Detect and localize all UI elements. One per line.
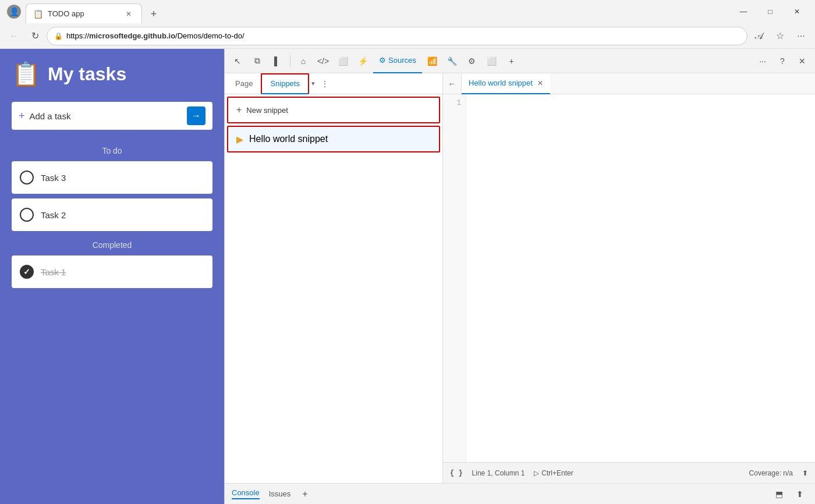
cursor-position: Line 1, Column 1 <box>472 469 525 477</box>
settings-more-button[interactable]: ··· <box>792 27 810 45</box>
elements-panel-button[interactable]: ⌂ <box>294 52 313 70</box>
device-emulation-button[interactable]: ⧉ <box>248 52 267 70</box>
task-name-task2: Task 2 <box>41 210 66 220</box>
format-button[interactable]: { } <box>450 469 463 477</box>
devtools-panel: ↖ ⧉ ▌ ⌂ </> ⬜ ⚡ ⚙ Sources 📶 🔧 ⚙ ⬜ + ··· … <box>224 49 815 504</box>
tab-close-btn[interactable]: ✕ <box>123 8 134 20</box>
tab-favicon: 📋 <box>33 9 43 19</box>
profile-icon[interactable]: 👤 <box>5 2 23 21</box>
console-undock-button[interactable]: ⬆ <box>792 486 808 502</box>
main-area: 📋 My tasks + Add a task → To do Task 3 T… <box>0 49 815 504</box>
page-tab[interactable]: Page <box>227 73 261 94</box>
address-text: https://microsoftedge.github.io/Demos/de… <box>66 31 245 40</box>
add-task-input: Add a task <box>30 111 187 121</box>
task-checkbox-task1[interactable] <box>20 265 34 279</box>
task-item-task1[interactable]: Task 1 <box>12 255 212 288</box>
task-checkbox-task3[interactable] <box>20 171 34 184</box>
todo-app-icon: 📋 <box>12 61 41 88</box>
address-bar[interactable]: 🔒 https://microsoftedge.github.io/Demos/… <box>47 27 747 45</box>
sources-panel-tab[interactable]: ⚙ Sources <box>373 49 422 73</box>
export-icon[interactable]: ⬆ <box>802 469 808 477</box>
maximize-button[interactable]: □ <box>757 2 784 21</box>
coverage-label: Coverage: n/a <box>749 469 793 477</box>
editor-file-tab-helloworld[interactable]: Hello world snippet ✕ <box>462 73 550 94</box>
performance-panel-button[interactable]: ⚡ <box>353 52 372 70</box>
window-controls: — □ ✕ <box>730 2 810 21</box>
add-panel-button[interactable]: + <box>502 52 521 70</box>
issues-tab[interactable]: Issues <box>269 489 291 498</box>
read-aloud-button[interactable]: 𝒜 <box>750 27 768 45</box>
line-number-1: 1 <box>443 99 461 107</box>
editor-content: 1 <box>443 94 815 462</box>
completed-section-label: Completed <box>12 240 212 250</box>
new-snippet-plus-icon: + <box>236 105 242 115</box>
sources-left-panel: Page Snippets ▾ ⋮ + New snippet ▶ Hello … <box>225 73 443 483</box>
tab-more-icon[interactable]: ⋮ <box>317 79 332 88</box>
inspect-element-button[interactable]: ↖ <box>228 52 247 70</box>
network-panel-button[interactable]: ⬜ <box>334 52 352 70</box>
refresh-button[interactable]: ↻ <box>26 27 44 45</box>
run-snippet-button[interactable]: ▷ Ctrl+Enter <box>534 469 573 477</box>
tabs-area: 📋 TODO app ✕ + <box>26 0 730 23</box>
console-right-buttons: ⬒ ⬆ <box>771 486 808 502</box>
sources-tabs: Page Snippets ▾ ⋮ <box>225 73 442 94</box>
add-task-bar[interactable]: + Add a task → <box>12 102 212 130</box>
run-icon: ▷ <box>534 469 539 477</box>
devtools-close-button[interactable]: ✕ <box>793 52 812 70</box>
snippet-item-helloworld[interactable]: ▶ Hello world snippet <box>227 126 440 152</box>
todo-header: 📋 My tasks <box>12 61 212 88</box>
editor-file-close-button[interactable]: ✕ <box>537 79 543 87</box>
todo-section-label: To do <box>12 146 212 155</box>
add-task-plus-icon: + <box>19 110 25 122</box>
minimize-button[interactable]: — <box>730 2 757 21</box>
console-panel-button[interactable]: </> <box>314 52 332 70</box>
title-bar: 👤 📋 TODO app ✕ + — □ ✕ <box>0 0 815 23</box>
new-snippet-button[interactable]: + New snippet <box>227 97 440 123</box>
back-button[interactable]: ← <box>5 27 23 45</box>
more-panels-button[interactable]: ··· <box>753 52 772 70</box>
console-tab[interactable]: Console <box>232 488 260 499</box>
favorites-button[interactable]: ☆ <box>771 27 789 45</box>
tab-title: TODO app <box>48 9 118 18</box>
navigation-bar: ← ↻ 🔒 https://microsoftedge.github.io/De… <box>0 23 815 49</box>
security-panel-button[interactable]: ⬜ <box>483 52 501 70</box>
snippet-list: + New snippet ▶ Hello world snippet <box>225 94 442 483</box>
close-button[interactable]: ✕ <box>784 2 810 21</box>
sources-panel: Page Snippets ▾ ⋮ + New snippet ▶ Hello … <box>225 73 815 483</box>
new-snippet-label: New snippet <box>246 106 288 115</box>
task-name-task3: Task 3 <box>41 173 66 183</box>
editor-tabs: ← Hello world snippet ✕ <box>443 73 815 94</box>
devtools-status-bar: { } Line 1, Column 1 ▷ Ctrl+Enter Covera… <box>443 462 815 483</box>
console-bar: Console Issues + ⬒ ⬆ <box>225 483 815 504</box>
editor-back-button[interactable]: ← <box>443 73 462 94</box>
sidebar-toggle-button[interactable]: ▌ <box>268 52 286 70</box>
lock-icon: 🔒 <box>54 32 63 40</box>
todo-app: 📋 My tasks + Add a task → To do Task 3 T… <box>0 49 224 504</box>
line-numbers: 1 <box>443 94 466 462</box>
task-item-task3[interactable]: Task 3 <box>12 161 212 194</box>
bottom-right-controls: Coverage: n/a ⬆ <box>749 469 808 477</box>
active-tab[interactable]: 📋 TODO app ✕ <box>26 3 142 23</box>
task-checkbox-task2[interactable] <box>20 208 34 222</box>
console-dock-button[interactable]: ⬒ <box>771 486 787 502</box>
task-item-task2[interactable]: Task 2 <box>12 198 212 231</box>
snippets-tab[interactable]: Snippets <box>261 73 309 94</box>
snippet-item-name: Hello world snippet <box>249 134 328 144</box>
devtools-toolbar: ↖ ⧉ ▌ ⌂ </> ⬜ ⚡ ⚙ Sources 📶 🔧 ⚙ ⬜ + ··· … <box>225 49 815 73</box>
task-name-task1: Task 1 <box>41 267 66 277</box>
tab-dropdown-icon[interactable]: ▾ <box>311 80 315 87</box>
application-panel-button[interactable]: ⚙ <box>463 52 481 70</box>
nav-right-buttons: 𝒜 ☆ ··· <box>750 27 810 45</box>
memory-panel-button[interactable]: 🔧 <box>443 52 462 70</box>
editor-file-tab-name: Hello world snippet <box>469 79 533 87</box>
toolbar-separator <box>290 55 290 67</box>
snippet-run-icon: ▶ <box>236 134 243 145</box>
add-tab-button[interactable]: + <box>302 489 307 499</box>
new-tab-button[interactable]: + <box>144 5 163 23</box>
sources-label: Sources <box>388 56 416 65</box>
wifi-panel-button[interactable]: 📶 <box>423 52 442 70</box>
add-task-submit-button[interactable]: → <box>187 107 205 125</box>
help-button[interactable]: ? <box>773 52 792 70</box>
sources-gear-icon: ⚙ <box>379 56 386 65</box>
code-editor[interactable] <box>466 94 815 462</box>
